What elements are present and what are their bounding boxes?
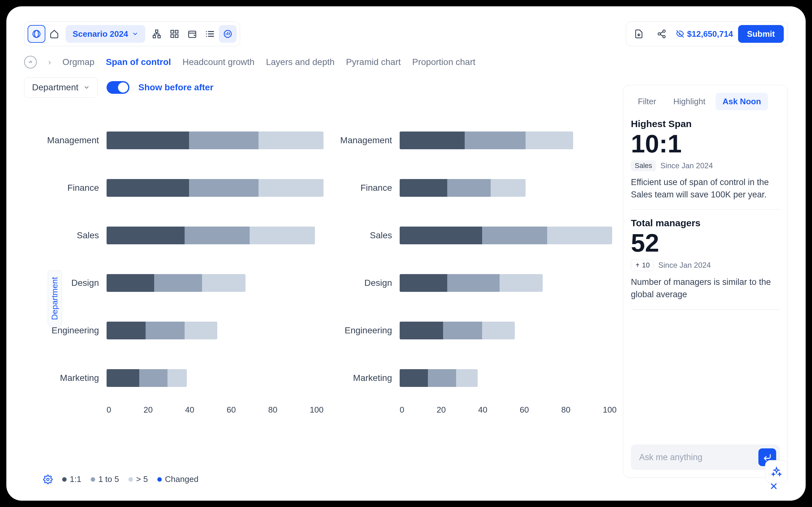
- before-after-toggle[interactable]: [107, 81, 130, 94]
- ai-sparkle-button[interactable]: [765, 460, 788, 483]
- groupby-dropdown[interactable]: Department: [24, 77, 98, 98]
- x-tick: 40: [478, 405, 488, 415]
- bar-row: Finance: [43, 164, 323, 212]
- x-tick: 40: [185, 405, 194, 415]
- analytics-badge-icon: [24, 56, 37, 68]
- svg-point-12: [658, 33, 661, 35]
- svg-point-14: [47, 478, 49, 481]
- view-tab[interactable]: Layers and depth: [266, 57, 334, 67]
- insight-value: 52: [631, 230, 780, 256]
- breadcrumb-chevron-icon: ›: [48, 57, 51, 67]
- bar-row: Sales: [336, 212, 617, 259]
- svg-rect-2: [155, 30, 158, 33]
- panel-tab[interactable]: Ask Noon: [716, 93, 768, 110]
- bar-row: Marketing: [336, 354, 617, 402]
- bar-category-label: Finance: [43, 183, 107, 193]
- insight-body: Number of managers is similar to the glo…: [631, 276, 780, 301]
- bar-category-label: Marketing: [43, 373, 107, 383]
- svg-point-13: [663, 36, 665, 38]
- view-tab[interactable]: Proportion chart: [412, 57, 475, 67]
- x-tick: 80: [268, 405, 277, 415]
- scenario-selector[interactable]: Scenario 2024: [66, 25, 145, 43]
- savings-amount[interactable]: $12,650,714: [676, 29, 733, 39]
- svg-rect-3: [153, 36, 156, 38]
- svg-point-11: [663, 30, 665, 33]
- chart-panel: ManagementFinanceSalesDesignEngineeringM…: [43, 117, 323, 415]
- bar-row: Marketing: [43, 354, 323, 402]
- view-tab[interactable]: Span of control: [106, 57, 171, 67]
- top-toolbar: Scenario 2024: [24, 21, 788, 46]
- calendar-icon[interactable]: [183, 25, 201, 43]
- list-icon[interactable]: [201, 25, 219, 43]
- svg-rect-4: [158, 36, 160, 38]
- insight-badge: Sales: [631, 160, 656, 171]
- chart-legend: 1:1 1 to 5 > 5 Changed: [43, 474, 199, 484]
- submit-button[interactable]: Submit: [738, 25, 784, 43]
- toolbar-left: Scenario 2024: [24, 21, 240, 46]
- hierarchy-icon[interactable]: [148, 25, 165, 43]
- bar-category-label: Management: [336, 135, 400, 146]
- svg-rect-5: [171, 31, 174, 33]
- bar-row: Management: [336, 117, 617, 164]
- svg-rect-7: [171, 35, 174, 38]
- app-logo-button[interactable]: [28, 25, 45, 43]
- bar-row: Management: [43, 117, 323, 164]
- savings-value: $12,650,714: [687, 29, 733, 39]
- x-tick: 20: [144, 405, 153, 415]
- legend-item: Changed: [157, 474, 199, 484]
- legend-item: 1 to 5: [91, 474, 119, 484]
- bar-category-label: Management: [43, 135, 107, 146]
- insight-card: Highest Span 10:1 Sales Since Jan 2024 E…: [631, 110, 780, 210]
- insight-body: Efficient use of span of control in the …: [631, 176, 780, 201]
- bar-row: Engineering: [336, 307, 617, 354]
- panel-tab[interactable]: Highlight: [666, 93, 712, 110]
- x-tick: 80: [561, 405, 571, 415]
- svg-rect-6: [175, 31, 178, 33]
- insights-panel: FilterHighlightAsk Noon Highest Span 10:…: [623, 85, 788, 478]
- org-icon[interactable]: [165, 25, 183, 43]
- x-tick: 0: [400, 405, 404, 415]
- sparkle-icon: [771, 466, 782, 477]
- home-icon[interactable]: [45, 25, 63, 43]
- chart-panel: ManagementFinanceSalesDesignEngineeringM…: [336, 117, 617, 415]
- svg-rect-8: [175, 35, 178, 38]
- insight-value: 10:1: [631, 131, 780, 157]
- bar-category-label: Design: [336, 278, 400, 288]
- ask-input[interactable]: [639, 452, 755, 463]
- ask-input-box: [631, 445, 780, 470]
- toolbar-right: $12,650,714 Submit: [626, 21, 788, 46]
- chart-area: Department ManagementFinanceSalesDesignE…: [24, 104, 617, 478]
- bar-row: Sales: [43, 212, 323, 259]
- delta-badge: 10: [631, 260, 654, 271]
- eye-off-icon: [676, 30, 684, 38]
- chevron-down-icon: [132, 31, 138, 37]
- gear-icon[interactable]: [43, 475, 53, 484]
- legend-item: > 5: [129, 474, 148, 484]
- insight-card: Total managers 52 10 Since Jan 2024 Numb…: [631, 210, 780, 309]
- groupby-value: Department: [32, 82, 78, 93]
- bar-category-label: Engineering: [43, 326, 107, 336]
- view-tab[interactable]: Headcount growth: [183, 57, 254, 67]
- bar-row: Engineering: [43, 307, 323, 354]
- insight-since: Since Jan 2024: [660, 161, 713, 170]
- bar-row: Design: [336, 259, 617, 307]
- bar-category-label: Sales: [43, 230, 107, 240]
- x-tick: 100: [310, 405, 323, 415]
- legend-item: 1:1: [62, 474, 81, 484]
- view-tab[interactable]: Orgmap: [62, 57, 95, 67]
- x-tick: 0: [107, 405, 111, 415]
- bar-category-label: Finance: [336, 183, 400, 193]
- share-icon[interactable]: [653, 25, 670, 43]
- x-tick: 60: [227, 405, 236, 415]
- bar-category-label: Engineering: [336, 326, 400, 336]
- bar-category-label: Marketing: [336, 373, 400, 383]
- download-icon[interactable]: [630, 25, 648, 43]
- insight-title: Highest Span: [631, 118, 780, 129]
- analytics-icon[interactable]: [219, 25, 237, 43]
- svg-rect-9: [189, 31, 196, 38]
- insight-since: Since Jan 2024: [658, 261, 711, 270]
- chevron-down-icon: [84, 84, 90, 91]
- view-tab[interactable]: Pyramid chart: [346, 57, 401, 67]
- svg-point-1: [35, 31, 39, 38]
- panel-tab[interactable]: Filter: [631, 93, 663, 110]
